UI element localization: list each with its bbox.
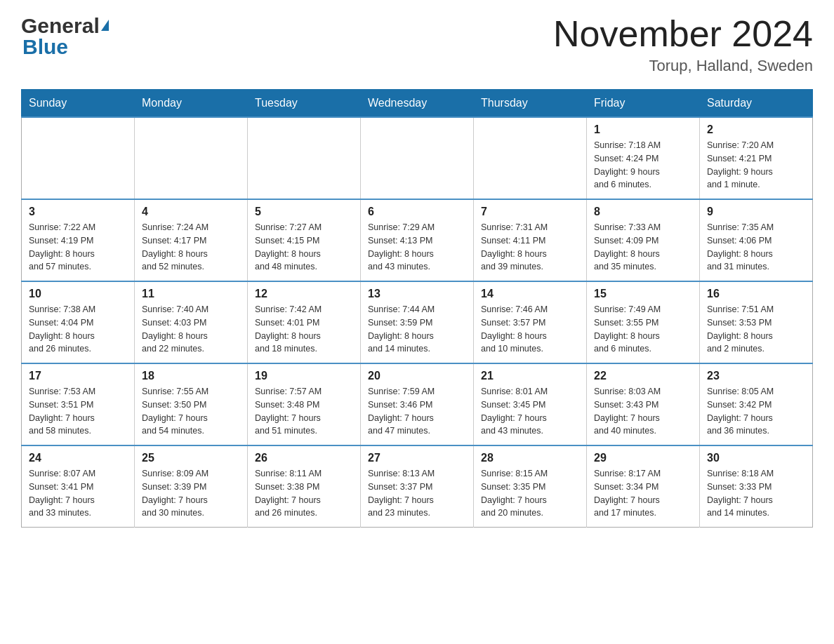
calendar-day-cell: 25Sunrise: 8:09 AM Sunset: 3:39 PM Dayli… [135,445,248,528]
day-number: 10 [29,288,127,300]
day-number: 5 [255,206,353,218]
calendar-day-cell: 19Sunrise: 7:57 AM Sunset: 3:48 PM Dayli… [248,363,361,445]
calendar-day-cell: 5Sunrise: 7:27 AM Sunset: 4:15 PM Daylig… [248,199,361,281]
weekday-header-thursday: Thursday [474,90,587,118]
day-info: Sunrise: 7:31 AM Sunset: 4:11 PM Dayligh… [481,221,579,274]
day-info: Sunrise: 7:46 AM Sunset: 3:57 PM Dayligh… [481,303,579,356]
calendar-day-cell: 14Sunrise: 7:46 AM Sunset: 3:57 PM Dayli… [474,281,587,363]
day-info: Sunrise: 8:01 AM Sunset: 3:45 PM Dayligh… [481,385,579,438]
calendar-day-cell: 8Sunrise: 7:33 AM Sunset: 4:09 PM Daylig… [587,199,700,281]
day-number: 15 [594,288,692,300]
day-number: 7 [481,206,579,218]
day-info: Sunrise: 8:17 AM Sunset: 3:34 PM Dayligh… [594,467,692,520]
day-info: Sunrise: 8:09 AM Sunset: 3:39 PM Dayligh… [142,467,240,520]
calendar-day-cell: 11Sunrise: 7:40 AM Sunset: 4:03 PM Dayli… [135,281,248,363]
day-info: Sunrise: 8:05 AM Sunset: 3:42 PM Dayligh… [707,385,805,438]
calendar-day-cell [474,117,587,199]
calendar-table: SundayMondayTuesdayWednesdayThursdayFrid… [21,89,813,528]
day-number: 19 [255,370,353,382]
calendar-day-cell: 16Sunrise: 7:51 AM Sunset: 3:53 PM Dayli… [700,281,813,363]
weekday-header-wednesday: Wednesday [361,90,474,118]
day-info: Sunrise: 7:51 AM Sunset: 3:53 PM Dayligh… [707,303,805,356]
calendar-day-cell: 9Sunrise: 7:35 AM Sunset: 4:06 PM Daylig… [700,199,813,281]
calendar-week-row: 24Sunrise: 8:07 AM Sunset: 3:41 PM Dayli… [22,445,813,528]
day-info: Sunrise: 7:53 AM Sunset: 3:51 PM Dayligh… [29,385,127,438]
day-number: 9 [707,206,805,218]
day-number: 22 [594,370,692,382]
calendar-day-cell: 21Sunrise: 8:01 AM Sunset: 3:45 PM Dayli… [474,363,587,445]
page-header: General Blue November 2024 Torup, Hallan… [21,14,813,75]
calendar-day-cell: 13Sunrise: 7:44 AM Sunset: 3:59 PM Dayli… [361,281,474,363]
day-number: 23 [707,370,805,382]
calendar-subtitle: Torup, Halland, Sweden [553,57,813,75]
day-number: 13 [368,288,466,300]
calendar-day-cell: 10Sunrise: 7:38 AM Sunset: 4:04 PM Dayli… [22,281,135,363]
day-number: 21 [481,370,579,382]
day-info: Sunrise: 7:49 AM Sunset: 3:55 PM Dayligh… [594,303,692,356]
calendar-day-cell: 20Sunrise: 7:59 AM Sunset: 3:46 PM Dayli… [361,363,474,445]
calendar-week-row: 10Sunrise: 7:38 AM Sunset: 4:04 PM Dayli… [22,281,813,363]
logo-general-text: General [21,14,100,38]
day-info: Sunrise: 7:18 AM Sunset: 4:24 PM Dayligh… [594,139,692,192]
day-info: Sunrise: 7:55 AM Sunset: 3:50 PM Dayligh… [142,385,240,438]
calendar-day-cell: 12Sunrise: 7:42 AM Sunset: 4:01 PM Dayli… [248,281,361,363]
calendar-day-cell: 30Sunrise: 8:18 AM Sunset: 3:33 PM Dayli… [700,445,813,528]
calendar-day-cell: 24Sunrise: 8:07 AM Sunset: 3:41 PM Dayli… [22,445,135,528]
day-info: Sunrise: 7:42 AM Sunset: 4:01 PM Dayligh… [255,303,353,356]
day-info: Sunrise: 7:35 AM Sunset: 4:06 PM Dayligh… [707,221,805,274]
weekday-header-tuesday: Tuesday [248,90,361,118]
day-info: Sunrise: 7:22 AM Sunset: 4:19 PM Dayligh… [29,221,127,274]
logo: General Blue [21,14,109,59]
calendar-day-cell: 26Sunrise: 8:11 AM Sunset: 3:38 PM Dayli… [248,445,361,528]
day-info: Sunrise: 7:44 AM Sunset: 3:59 PM Dayligh… [368,303,466,356]
day-number: 24 [29,452,127,464]
day-number: 4 [142,206,240,218]
day-number: 25 [142,452,240,464]
day-number: 30 [707,452,805,464]
day-info: Sunrise: 8:11 AM Sunset: 3:38 PM Dayligh… [255,467,353,520]
logo-triangle-icon [101,20,109,31]
day-number: 28 [481,452,579,464]
calendar-day-cell: 15Sunrise: 7:49 AM Sunset: 3:55 PM Dayli… [587,281,700,363]
calendar-day-cell: 23Sunrise: 8:05 AM Sunset: 3:42 PM Dayli… [700,363,813,445]
day-info: Sunrise: 7:24 AM Sunset: 4:17 PM Dayligh… [142,221,240,274]
calendar-day-cell: 7Sunrise: 7:31 AM Sunset: 4:11 PM Daylig… [474,199,587,281]
calendar-day-cell: 22Sunrise: 8:03 AM Sunset: 3:43 PM Dayli… [587,363,700,445]
day-number: 17 [29,370,127,382]
weekday-header-sunday: Sunday [22,90,135,118]
day-number: 11 [142,288,240,300]
calendar-week-row: 1Sunrise: 7:18 AM Sunset: 4:24 PM Daylig… [22,117,813,199]
calendar-day-cell: 17Sunrise: 7:53 AM Sunset: 3:51 PM Dayli… [22,363,135,445]
logo-blue-text: Blue [22,35,68,58]
day-number: 29 [594,452,692,464]
calendar-week-row: 17Sunrise: 7:53 AM Sunset: 3:51 PM Dayli… [22,363,813,445]
calendar-day-cell: 18Sunrise: 7:55 AM Sunset: 3:50 PM Dayli… [135,363,248,445]
calendar-day-cell: 28Sunrise: 8:15 AM Sunset: 3:35 PM Dayli… [474,445,587,528]
weekday-header-friday: Friday [587,90,700,118]
day-info: Sunrise: 8:03 AM Sunset: 3:43 PM Dayligh… [594,385,692,438]
day-info: Sunrise: 7:27 AM Sunset: 4:15 PM Dayligh… [255,221,353,274]
day-info: Sunrise: 8:18 AM Sunset: 3:33 PM Dayligh… [707,467,805,520]
calendar-day-cell: 2Sunrise: 7:20 AM Sunset: 4:21 PM Daylig… [700,117,813,199]
day-number: 14 [481,288,579,300]
day-info: Sunrise: 7:20 AM Sunset: 4:21 PM Dayligh… [707,139,805,192]
day-info: Sunrise: 7:29 AM Sunset: 4:13 PM Dayligh… [368,221,466,274]
calendar-day-cell: 1Sunrise: 7:18 AM Sunset: 4:24 PM Daylig… [587,117,700,199]
day-number: 8 [594,206,692,218]
calendar-week-row: 3Sunrise: 7:22 AM Sunset: 4:19 PM Daylig… [22,199,813,281]
weekday-header-saturday: Saturday [700,90,813,118]
day-number: 18 [142,370,240,382]
day-number: 1 [594,123,692,136]
title-block: November 2024 Torup, Halland, Sweden [553,14,813,75]
day-number: 26 [255,452,353,464]
day-info: Sunrise: 8:13 AM Sunset: 3:37 PM Dayligh… [368,467,466,520]
day-number: 2 [707,123,805,136]
day-number: 27 [368,452,466,464]
calendar-day-cell [361,117,474,199]
calendar-day-cell: 27Sunrise: 8:13 AM Sunset: 3:37 PM Dayli… [361,445,474,528]
weekday-header-monday: Monday [135,90,248,118]
day-number: 6 [368,206,466,218]
day-info: Sunrise: 8:07 AM Sunset: 3:41 PM Dayligh… [29,467,127,520]
day-info: Sunrise: 7:57 AM Sunset: 3:48 PM Dayligh… [255,385,353,438]
calendar-day-cell [248,117,361,199]
